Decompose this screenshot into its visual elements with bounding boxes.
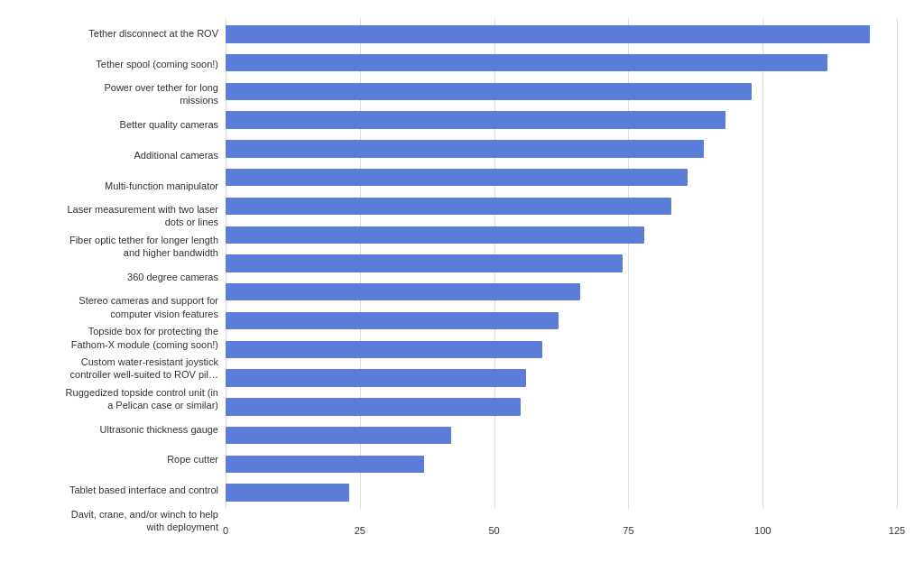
y-label: Fiber optic tether for longer lengthand … xyxy=(9,231,218,262)
bar-row xyxy=(226,134,897,163)
bar-row xyxy=(226,78,897,106)
bar-row xyxy=(226,392,897,421)
bar-row xyxy=(226,106,897,134)
chart-container: Tether disconnect at the ROVTether spool… xyxy=(0,0,924,572)
y-label: Davit, crane, and/or winch to helpwith d… xyxy=(9,505,218,536)
bar xyxy=(226,140,704,157)
x-axis: 0255075100125 xyxy=(226,509,897,536)
bar xyxy=(226,254,623,272)
bar xyxy=(226,369,526,386)
y-label: Tablet based interface and control xyxy=(9,475,218,505)
y-label: Stereo cameras and support forcomputer v… xyxy=(9,292,218,323)
bar xyxy=(226,198,671,215)
x-tick: 100 xyxy=(754,525,771,536)
bar-row xyxy=(226,20,897,49)
y-label: Tether spool (coming soon!) xyxy=(9,49,218,79)
y-label: Better quality cameras xyxy=(9,109,218,140)
bar-row xyxy=(226,249,897,278)
y-label: Multi-function manipulator xyxy=(9,171,218,201)
y-label: Topside box for protecting theFathom-X m… xyxy=(9,323,218,354)
bar-row xyxy=(226,335,897,364)
x-tick: 50 xyxy=(488,525,499,536)
bar-row xyxy=(226,163,897,192)
bar-row xyxy=(226,478,897,507)
x-tick: 75 xyxy=(623,525,633,536)
bar xyxy=(226,83,752,100)
y-label: Custom water-resistant joystickcontrolle… xyxy=(9,353,218,383)
y-labels: Tether disconnect at the ROVTether spool… xyxy=(9,18,226,536)
bar xyxy=(226,484,349,501)
bar-row xyxy=(226,421,897,450)
bar-row xyxy=(226,220,897,249)
y-label: Ruggedized topside control unit (ina Pel… xyxy=(9,383,218,414)
y-label: Ultrasonic thickness gauge xyxy=(9,414,218,445)
y-label: Tether disconnect at the ROV xyxy=(9,18,218,49)
bar xyxy=(226,283,580,300)
x-tick: 0 xyxy=(223,525,228,536)
y-label: Laser measurement with two laserdots or … xyxy=(9,201,218,232)
bar xyxy=(226,398,521,415)
bars-wrapper xyxy=(226,18,897,509)
bar-row xyxy=(226,278,897,307)
bar xyxy=(226,427,451,444)
bar-row xyxy=(226,307,897,336)
grid-line xyxy=(897,18,898,509)
bar-row xyxy=(226,192,897,221)
bar xyxy=(226,169,688,186)
x-tick: 25 xyxy=(355,525,365,536)
bar xyxy=(226,54,827,71)
bars-section: 0255075100125 xyxy=(226,18,897,536)
bar-row xyxy=(226,364,897,392)
y-label: 360 degree cameras xyxy=(9,262,218,292)
bar xyxy=(226,111,725,128)
bar-row xyxy=(226,49,897,78)
bar-row xyxy=(226,449,897,478)
bar xyxy=(226,25,870,42)
y-label: Additional cameras xyxy=(9,140,218,171)
chart-area: Tether disconnect at the ROVTether spool… xyxy=(9,18,897,536)
bar xyxy=(226,456,424,473)
x-tick: 125 xyxy=(889,525,905,536)
y-label: Power over tether for longmissions xyxy=(9,79,218,110)
y-label: Rope cutter xyxy=(9,445,218,475)
bar xyxy=(226,341,542,358)
bar xyxy=(226,226,644,244)
bar xyxy=(226,312,559,329)
grid-and-bars xyxy=(226,18,897,509)
